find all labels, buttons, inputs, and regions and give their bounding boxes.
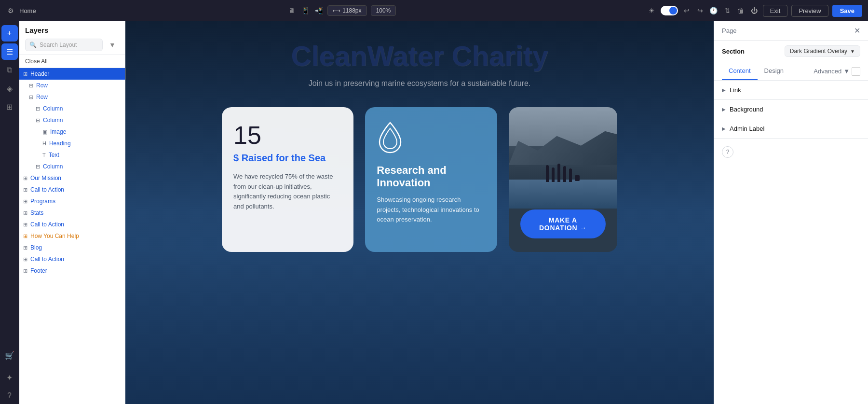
accordion-background: ▶ Background [714, 100, 868, 119]
woo-icon[interactable]: 🛒 [1, 347, 18, 363]
donate-button[interactable]: MAKE A DONATION → [520, 209, 606, 238]
pages-icon[interactable]: ⧉ [1, 62, 18, 78]
filter-button[interactable]: ▼ [106, 38, 119, 52]
tab-advanced-label: Advanced [814, 68, 841, 75]
layer-item-cta2[interactable]: ⊞ Call to Action [19, 219, 125, 230]
search-box[interactable]: 🔍 Search Layout [25, 39, 103, 51]
layer-item-blog[interactable]: ⊞ Blog [19, 242, 125, 253]
link-title: Link [730, 86, 741, 94]
delete-icon[interactable]: 🗑 [736, 6, 746, 15]
layer-item-heading[interactable]: H Heading [19, 138, 125, 149]
text-icon: T [42, 152, 46, 158]
left-panel: Layers 🔍 Search Layout ▼ Close All ⊞ Hea… [19, 21, 125, 404]
layer-item-programs[interactable]: ⊞ Programs [19, 195, 125, 207]
hero-subtitle: Join us in preserving marine ecosystems … [309, 79, 531, 88]
layer-label-row1: Row [36, 82, 48, 89]
layer-item-stats[interactable]: ⊞ Stats [19, 207, 125, 219]
px-value: 1188px [342, 7, 361, 14]
layer-item-image[interactable]: ▣ Image [19, 126, 125, 138]
preview-button[interactable]: Preview [791, 5, 828, 17]
canvas-content: CleanWater Charity Join us in preserving… [125, 21, 714, 404]
image-icon: ▣ [42, 129, 47, 135]
layer-item-col1[interactable]: ⊟ Column [19, 103, 125, 114]
tools-icon[interactable]: ✦ [1, 369, 18, 386]
tab-design[interactable]: Design [758, 62, 790, 80]
layer-label-cta3: Call to Action [30, 256, 64, 263]
zoom-value: 100% [376, 7, 391, 14]
history-icon[interactable]: 🕐 [709, 6, 719, 15]
desktop-icon[interactable]: 🖥 [287, 6, 297, 15]
background-title: Background [730, 106, 763, 113]
canvas-area: CleanWater Charity Join us in preserving… [125, 21, 714, 404]
layer-item-col2[interactable]: ⊟ Column [19, 114, 125, 126]
help-icon[interactable]: ? [1, 388, 18, 404]
px-display[interactable]: ⟷ 1188px [327, 5, 366, 16]
power-icon[interactable]: ⏻ [749, 6, 759, 15]
right-panel: Page ✕ Section Dark Gradient Overlay ▼ C… [714, 21, 868, 404]
layer-item-row2[interactable]: ⊟ Row [19, 91, 125, 103]
accordion-background-header[interactable]: ▶ Background [714, 100, 868, 119]
settings-icon[interactable]: ⚙ [6, 6, 15, 15]
accordion-admin-label-header[interactable]: ▶ Admin Label [714, 119, 868, 138]
home-label[interactable]: Home [19, 7, 36, 14]
theme-icon[interactable]: ◈ [1, 80, 18, 97]
row1-icon: ⊟ [29, 83, 33, 89]
close-all-button[interactable]: Close All [19, 55, 125, 68]
tab-advanced-dropdown[interactable]: Advanced ▼ [814, 67, 860, 76]
mobile-icon[interactable]: 📲 [314, 6, 324, 15]
help-button[interactable]: ? [722, 146, 733, 158]
exit-button[interactable]: Exit [763, 5, 788, 17]
close-icon[interactable]: ✕ [854, 26, 860, 35]
stats-icon: ⊞ [23, 210, 27, 216]
search-placeholder: Search Layout [40, 42, 77, 48]
sun-icon[interactable]: ☀ [647, 6, 657, 15]
tab-checkbox[interactable] [852, 67, 860, 76]
tablet-icon[interactable]: 📱 [300, 6, 310, 15]
admin-label-arrow-icon: ▶ [722, 126, 726, 131]
accordion-link-header[interactable]: ▶ Link [714, 81, 868, 99]
layer-item-how-you-help[interactable]: ⊞ How You Can Help [19, 230, 125, 242]
card-blue-text: Showcasing ongoing research projects, te… [377, 195, 485, 225]
tab-content-label: Content [729, 67, 751, 74]
layer-item-row1[interactable]: ⊟ Row [19, 80, 125, 91]
layer-item-footer[interactable]: ⊞ Footer [19, 265, 125, 277]
layer-label-col2: Column [43, 117, 63, 124]
save-button[interactable]: Save [832, 5, 862, 17]
background-arrow-icon: ▶ [722, 107, 726, 112]
topbar: ⚙ Home 🖥 📱 📲 ⟷ 1188px 100% ☀ ↩ ↪ 🕐 ⇅ 🗑 ⏻… [0, 0, 868, 21]
accordion-admin-label: ▶ Admin Label [714, 119, 868, 139]
layer-item-header[interactable]: ⊞ Header [19, 68, 125, 80]
layers-icon[interactable]: ☰ [1, 43, 18, 60]
redo-icon[interactable]: ↪ [695, 6, 705, 15]
row2-icon: ⊟ [29, 94, 33, 100]
layer-item-our-mission[interactable]: ⊞ Our Mission [19, 172, 125, 184]
dropdown-arrow-icon: ▼ [850, 49, 855, 54]
undo-icon[interactable]: ↩ [682, 6, 692, 15]
zoom-display[interactable]: 100% [371, 5, 396, 16]
layer-item-col3[interactable]: ⊟ Column [19, 161, 125, 172]
hero-title: CleanWater Charity [291, 41, 548, 71]
theme-toggle[interactable] [661, 6, 678, 15]
accordion-link: ▶ Link [714, 81, 868, 100]
cta3-icon: ⊞ [23, 256, 27, 263]
layer-item-cta3[interactable]: ⊞ Call to Action [19, 253, 125, 265]
layer-label-cta1: Call to Action [30, 186, 64, 193]
layer-item-text[interactable]: T Text [19, 149, 125, 161]
heading-icon: H [42, 140, 46, 146]
right-panel-header: Page ✕ [714, 21, 868, 41]
layer-label-col1: Column [43, 105, 63, 112]
blog-icon: ⊞ [23, 245, 27, 251]
panel-header: Layers 🔍 Search Layout ▼ [19, 21, 125, 55]
tab-content[interactable]: Content [722, 62, 758, 80]
layer-label-image: Image [50, 128, 66, 135]
search-row: 🔍 Search Layout ▼ [25, 38, 119, 52]
section-value: Dark Gradient Overlay [790, 48, 847, 55]
col1-icon: ⊟ [36, 106, 40, 112]
layer-label-row2: Row [36, 94, 48, 100]
responsive-icon[interactable]: ⇅ [722, 6, 732, 15]
modules-icon[interactable]: ⊞ [1, 98, 18, 115]
admin-label-title: Admin Label [730, 125, 764, 132]
add-icon[interactable]: + [1, 25, 18, 42]
section-value-dropdown[interactable]: Dark Gradient Overlay ▼ [785, 45, 860, 57]
layer-item-cta1[interactable]: ⊞ Call to Action [19, 184, 125, 195]
